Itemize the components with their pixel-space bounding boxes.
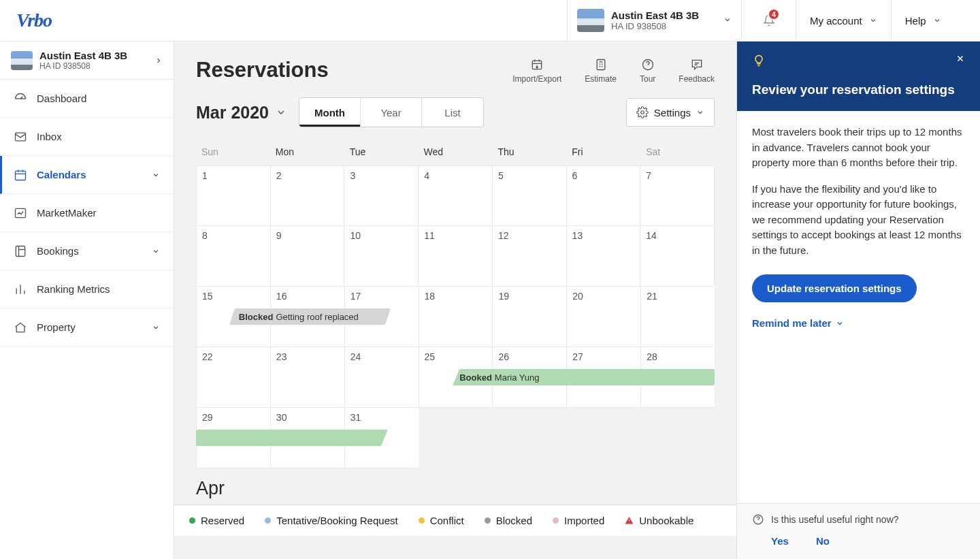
property-sub: HA ID 938508	[39, 61, 127, 71]
property-sub: HA ID 938508	[611, 21, 699, 31]
feedback-no-button[interactable]: No	[816, 535, 830, 547]
brand-logo[interactable]: Vrbo	[16, 10, 52, 31]
legend-conflict: Conflict	[419, 515, 464, 526]
event-booked-continued[interactable]	[196, 430, 388, 446]
calendar-row: 22 23 24 25 26 27 28 BookedMaria Yung	[196, 347, 715, 408]
sidebar: Austin East 4B 3B HA ID 938508 Dashboard…	[0, 42, 174, 559]
settings-button[interactable]: Settings	[626, 98, 715, 127]
calendar-cell[interactable]: 8	[196, 226, 270, 287]
action-label: Estimate	[585, 74, 617, 84]
svg-rect-1	[16, 171, 26, 180]
property-switcher[interactable]: Austin East 4B 3B HA ID 938508	[567, 0, 741, 41]
action-label: Tour	[640, 74, 655, 84]
sidebar-item-marketmaker[interactable]: MarketMaker	[0, 194, 174, 232]
sidebar-item-inbox[interactable]: Inbox	[0, 118, 174, 156]
settings-label: Settings	[654, 107, 691, 118]
calendar-cell[interactable]: 6	[566, 165, 640, 226]
estimate-icon	[594, 58, 608, 71]
calendar-cell[interactable]: 13	[566, 226, 640, 287]
calendar-cell[interactable]: 5	[492, 165, 566, 226]
estimate-button[interactable]: Estimate	[585, 58, 617, 84]
calendar-cell[interactable]: 10	[344, 226, 418, 287]
feedback-question: Is this useful useful right now?	[752, 513, 965, 526]
calendar-cell-void	[566, 408, 640, 468]
month-label: Mar 2020	[196, 103, 269, 123]
calendar-cell[interactable]: 3	[344, 165, 418, 226]
calendar-cell[interactable]: 14	[640, 226, 715, 287]
tab-month[interactable]: Month	[299, 98, 361, 127]
svg-rect-5	[597, 60, 605, 70]
chevron-down-icon	[152, 171, 160, 179]
tab-list[interactable]: List	[422, 98, 483, 127]
property-name: Austin East 4B 3B	[39, 50, 127, 61]
sidebar-item-label: Bookings	[37, 245, 79, 257]
event-text: Maria Yung	[495, 372, 540, 383]
legend-dot	[265, 517, 271, 524]
sidebar-item-label: Calendars	[37, 169, 86, 180]
calendar-cell[interactable]: 9	[270, 226, 344, 287]
main-content: Reservations Import/Export Estimate Tour…	[174, 42, 736, 559]
import-export-icon	[530, 58, 544, 71]
notification-badge: 4	[768, 8, 780, 20]
feedback-button[interactable]: Feedback	[679, 58, 715, 84]
event-booked[interactable]: BookedMaria Yung	[453, 369, 715, 385]
calendar-cell[interactable]: 19	[492, 287, 566, 347]
sidebar-item-ranking[interactable]: Ranking Metrics	[0, 270, 174, 308]
chevron-down-icon	[152, 247, 160, 255]
sidebar-property[interactable]: Austin East 4B 3B HA ID 938508	[0, 42, 174, 80]
calendar-cell[interactable]: 20	[566, 287, 640, 347]
account-label: My account	[810, 15, 862, 27]
calendar-cell[interactable]: 12	[492, 226, 566, 287]
sidebar-item-dashboard[interactable]: Dashboard	[0, 80, 174, 118]
chevron-down-icon	[276, 107, 287, 118]
panel-header: Review your reservation settings	[737, 42, 980, 111]
bookings-icon	[14, 244, 27, 258]
help-menu[interactable]: Help	[891, 0, 955, 41]
remind-me-later-link[interactable]: Remind me later	[752, 316, 965, 332]
sidebar-item-label: Property	[37, 321, 76, 333]
calendar-cell[interactable]: 4	[418, 165, 492, 226]
calendar-cell[interactable]: 1	[196, 165, 270, 226]
day-header: Sun	[196, 141, 270, 163]
chevron-down-icon	[933, 16, 941, 25]
gear-icon	[636, 106, 649, 118]
sidebar-item-bookings[interactable]: Bookings	[0, 232, 174, 270]
calendar-cell[interactable]: 23	[270, 347, 344, 408]
update-reservation-settings-button[interactable]: Update reservation settings	[752, 274, 917, 302]
panel-paragraph: Most travelers book their trips up to 12…	[752, 125, 965, 171]
day-header: Tue	[344, 141, 419, 163]
property-thumbnail	[11, 51, 33, 70]
legend-unbookable: Unbookable	[625, 515, 693, 526]
calendar-cell[interactable]: 2	[270, 165, 344, 226]
legend: Reserved Tentative/Booking Request Confl…	[174, 505, 736, 536]
panel-paragraph: If you have the flexibility and you'd li…	[752, 182, 965, 259]
calendar-cell[interactable]: 22	[196, 347, 270, 408]
calendar-cell[interactable]: 7	[640, 165, 715, 226]
svg-rect-0	[16, 133, 26, 141]
calendar-cell[interactable]: 21	[640, 287, 715, 347]
event-text: Getting roof replaced	[276, 312, 359, 322]
calendar-icon	[14, 168, 27, 182]
chevron-down-icon	[696, 108, 704, 116]
tab-year[interactable]: Year	[361, 98, 422, 127]
feedback-yes-button[interactable]: Yes	[771, 535, 789, 547]
calendar-cell[interactable]: 18	[419, 287, 493, 347]
calendar-cell[interactable]: 11	[418, 226, 492, 287]
event-blocked[interactable]: BlockedGetting roof replaced	[229, 308, 390, 325]
calendar-cell[interactable]: 24	[344, 347, 419, 408]
sidebar-item-calendars[interactable]: Calendars	[0, 156, 174, 194]
svg-rect-3	[16, 246, 24, 256]
notifications-button[interactable]: 4	[741, 0, 796, 41]
tour-button[interactable]: Tour	[640, 58, 655, 84]
sidebar-item-property[interactable]: Property	[0, 308, 174, 347]
import-export-button[interactable]: Import/Export	[512, 58, 561, 84]
lightbulb-icon	[752, 54, 766, 67]
property-info: Austin East 4B 3B HA ID 938508	[611, 10, 699, 31]
account-menu[interactable]: My account	[796, 0, 891, 41]
close-icon[interactable]	[956, 54, 965, 63]
day-header: Wed	[419, 141, 493, 163]
month-picker[interactable]: Mar 2020	[196, 103, 287, 123]
chevron-right-icon	[154, 57, 163, 65]
warning-icon	[625, 516, 634, 525]
day-header: Mon	[270, 141, 344, 163]
